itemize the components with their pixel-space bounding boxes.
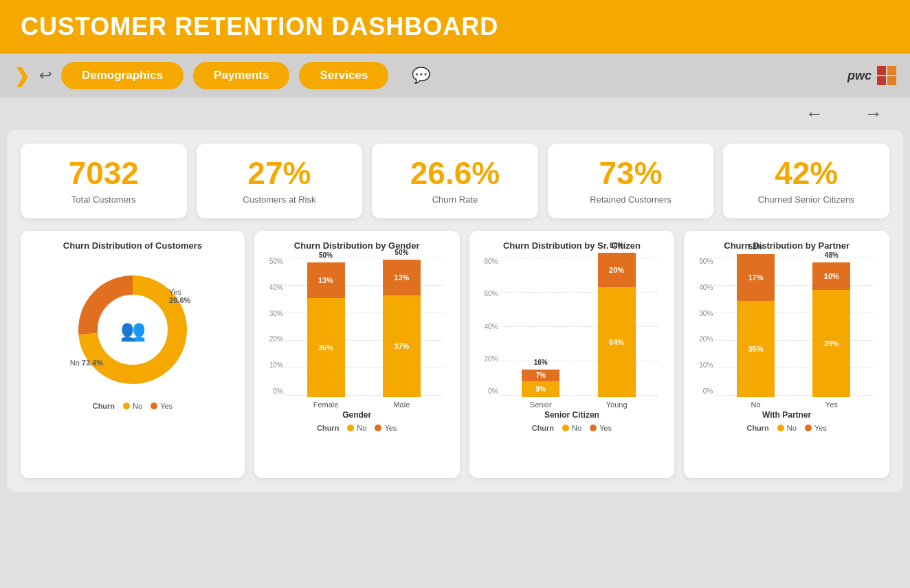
header: CUSTOMER RETENTION DASHBOARD — [0, 0, 910, 54]
pwc-logo-text: pwc — [847, 69, 872, 83]
legend-no: No — [123, 402, 142, 410]
kpi-senior-label: Churned Senior Citizens — [735, 194, 877, 205]
partner-legend-yes: Yes — [805, 424, 827, 432]
gender-chart-card: Churn Distribution by Gender 50%40%30%20… — [254, 231, 460, 478]
senior-yes-seg: 7% — [522, 370, 559, 381]
pwc-logo-squares — [877, 66, 896, 85]
senior-legend: Churn No Yes — [479, 424, 665, 432]
senior-col: 16% 7% 9% Senior — [513, 370, 568, 409]
partner-y-axis: 50%40%30%20%10%0% — [693, 258, 713, 395]
gender-yes-text: Yes — [384, 424, 397, 432]
nav-left-arrow[interactable]: ← — [806, 103, 823, 124]
male-no-seg: 37% — [383, 295, 421, 397]
donut-no-label: No 73.4% — [70, 359, 103, 367]
kpi-row: 7032 Total Customers 27% Customers at Ri… — [21, 144, 889, 218]
partner-dot-yes — [805, 425, 812, 431]
partner-no-yes-seg: 17% — [737, 254, 775, 301]
senior-citizen-label: Senior — [530, 400, 552, 409]
kpi-total-customers: 7032 Total Customers — [21, 144, 187, 218]
female-label: Female — [313, 400, 339, 409]
donut-title: Churn Distribution of Customers — [30, 240, 235, 251]
nav-back-icon[interactable]: ↩ — [39, 67, 52, 84]
partner-yes-no-seg: 39% — [812, 290, 850, 397]
kpi-senior-churned: 42% Churned Senior Citizens — [723, 144, 889, 218]
tab-services[interactable]: Services — [299, 62, 388, 89]
tab-payments[interactable]: Payments — [193, 62, 289, 89]
kpi-total-label: Total Customers — [33, 194, 175, 205]
female-no-seg: 36% — [307, 298, 345, 397]
legend-yes-dot — [151, 403, 157, 409]
partner-title: Churn Distribution by Partner — [693, 240, 880, 251]
senior-title: Churn Distribution by Sr. Citizen — [479, 240, 665, 251]
kpi-churn-value: 26.6% — [384, 157, 526, 189]
gender-legend: Churn No Yes — [264, 424, 450, 432]
legend-no-text: No — [133, 402, 142, 410]
gender-no-text: No — [357, 424, 366, 432]
legend-no-dot — [123, 403, 130, 409]
partner-chart-card: Churn Distribution by Partner 50%40%30%2… — [684, 231, 889, 478]
senior-total-pct: 16% — [522, 359, 559, 366]
partner-legend-no: No — [777, 424, 797, 432]
gender-dot-yes — [375, 425, 381, 431]
kpi-senior-value: 42% — [735, 157, 877, 189]
partner-yes-yes-seg: 10% — [812, 262, 850, 290]
comment-icon[interactable]: 💬 — [412, 67, 430, 84]
tab-demographics[interactable]: Demographics — [61, 62, 184, 89]
senior-y-axis: 80%60%40%20%0% — [479, 258, 498, 395]
partner-no-no-seg: 35% — [737, 301, 775, 397]
senior-legend-no: No — [562, 424, 581, 432]
young-yes-seg: 20% — [598, 253, 636, 287]
female-yes-seg: 13% — [307, 262, 345, 298]
kpi-retained-label: Retained Customers — [560, 194, 702, 205]
gender-churn-label: Churn — [317, 424, 339, 432]
gender-male-col: 50% 13% 37% Male — [374, 260, 429, 409]
donut-chart-card: Churn Distribution of Customers 👥 — [21, 231, 245, 478]
kpi-total-value: 7032 — [33, 157, 175, 189]
donut-svg: 👥 — [67, 264, 198, 395]
legend-yes-text: Yes — [160, 402, 173, 410]
gender-legend-yes: Yes — [375, 424, 397, 432]
partner-no-col: 52% 17% 35% No — [728, 254, 783, 409]
kpi-at-risk: 27% Customers at Risk — [197, 144, 363, 218]
chart-row: Churn Distribution of Customers 👥 — [21, 231, 889, 478]
partner-yes-label: Yes — [825, 400, 838, 409]
gender-x-label: Gender — [264, 410, 450, 420]
partner-dot-no — [777, 425, 784, 431]
pwc-logo: pwc — [847, 66, 896, 85]
senior-no-seg: 9% — [522, 381, 559, 397]
partner-yes-col: 48% 10% 39% Yes — [804, 262, 859, 409]
young-no-seg: 64% — [598, 287, 636, 397]
gender-dot-no — [347, 425, 354, 431]
nav-right-arrow[interactable]: → — [865, 103, 883, 124]
nav-forward-icon[interactable]: ❯ — [14, 65, 30, 87]
partner-churn-label: Churn — [746, 424, 768, 432]
dashboard-wrapper: CUSTOMER RETENTION DASHBOARD ❯ ↩ Demogra… — [0, 0, 910, 588]
senior-x-label: Senior Citizen — [479, 410, 665, 420]
partner-yes-text: Yes — [814, 424, 827, 432]
partner-no-label: No — [751, 400, 760, 409]
donut-legend: Churn No Yes — [30, 402, 235, 410]
pwc-orange-square — [887, 66, 896, 75]
senior-churn-label: Churn — [532, 424, 554, 432]
svg-text:👥: 👥 — [120, 318, 146, 343]
pwc-red-square2 — [877, 76, 886, 85]
gender-bars: 50% 13% 36% Female 50% — [285, 271, 443, 409]
young-col: 84% 20% 64% Young — [589, 253, 644, 409]
dashboard-title: CUSTOMER RETENTION DASHBOARD — [21, 12, 889, 41]
kpi-risk-value: 27% — [209, 157, 351, 189]
gender-legend-no: No — [347, 424, 366, 432]
gender-title: Churn Distribution by Gender — [264, 240, 450, 251]
senior-dot-yes — [590, 425, 597, 431]
senior-chart-card: Churn Distribution by Sr. Citizen 80%60%… — [469, 231, 675, 478]
male-yes-seg: 13% — [383, 260, 421, 295]
male-total-pct: 50% — [383, 249, 421, 256]
partner-legend: Churn No Yes — [693, 424, 880, 432]
partner-yes-total-pct: 48% — [812, 251, 850, 259]
young-total-pct: 84% — [598, 242, 636, 249]
partner-no-text: No — [787, 424, 797, 432]
kpi-churn-label: Churn Rate — [384, 194, 526, 205]
male-label: Male — [393, 400, 410, 409]
partner-bars: 52% 17% 35% No 48% — [714, 271, 873, 409]
legend-yes: Yes — [151, 402, 173, 410]
partner-x-label: With Partner — [693, 410, 880, 420]
